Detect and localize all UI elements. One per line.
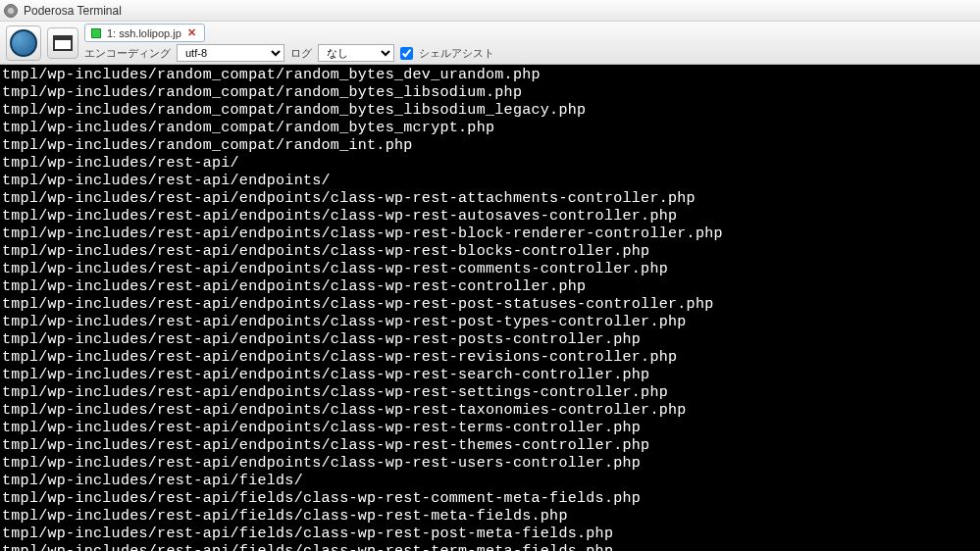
terminal-line: tmpl/wp-includes/rest-api/ (2, 155, 980, 173)
encoding-label: エンコーディング (84, 46, 171, 61)
log-label: ログ (290, 46, 312, 61)
terminal-output[interactable]: tmpl/wp-includes/random_compat/random_by… (0, 65, 980, 551)
terminal-line: tmpl/wp-includes/random_compat/random_by… (2, 102, 980, 120)
log-select[interactable]: なし (318, 44, 394, 62)
terminal-line: tmpl/wp-includes/rest-api/endpoints/clas… (2, 314, 980, 331)
terminal-line: tmpl/wp-includes/rest-api/endpoints/clas… (2, 437, 980, 455)
tab-close-icon[interactable]: ✕ (187, 26, 196, 39)
terminal-line: tmpl/wp-includes/rest-api/endpoints/clas… (2, 208, 980, 225)
terminal-line: tmpl/wp-includes/rest-api/endpoints/clas… (2, 243, 980, 261)
terminal-line: tmpl/wp-includes/rest-api/endpoints/clas… (2, 402, 980, 420)
poderosa-logo-icon (10, 29, 37, 57)
terminal-line: tmpl/wp-includes/random_compat/random_by… (2, 67, 980, 84)
terminal-line: tmpl/wp-includes/rest-api/endpoints/clas… (2, 190, 980, 208)
encoding-select[interactable]: utf-8 (177, 44, 284, 62)
terminal-line: tmpl/wp-includes/rest-api/endpoints/clas… (2, 384, 980, 402)
options-row: エンコーディング utf-8 ログ なし シェルアシスト (84, 44, 494, 62)
terminal-line: tmpl/wp-includes/rest-api/endpoints/ (2, 173, 980, 190)
terminal-line: tmpl/wp-includes/rest-api/fields/class-w… (2, 508, 980, 526)
session-tab[interactable]: 1: ssh.lolipop.jp ✕ (84, 24, 205, 42)
terminal-line: tmpl/wp-includes/rest-api/fields/class-w… (2, 543, 980, 551)
app-icon (4, 4, 18, 18)
shell-assist-checkbox[interactable] (400, 47, 413, 60)
terminal-line: tmpl/wp-includes/rest-api/endpoints/clas… (2, 331, 980, 349)
toolbar-right-panel: 1: ssh.lolipop.jp ✕ エンコーディング utf-8 ログ なし… (84, 24, 494, 62)
terminal-line: tmpl/wp-includes/rest-api/fields/ (2, 473, 980, 490)
terminal-line: tmpl/wp-includes/random_compat/random_in… (2, 137, 980, 155)
terminal-line: tmpl/wp-includes/rest-api/endpoints/clas… (2, 278, 980, 296)
terminal-line: tmpl/wp-includes/random_compat/random_by… (2, 84, 980, 102)
app-logo-button[interactable] (6, 25, 41, 61)
connection-status-icon (91, 28, 101, 38)
terminal-line: tmpl/wp-includes/rest-api/fields/class-w… (2, 490, 980, 508)
window-icon (53, 35, 73, 51)
terminal-line: tmpl/wp-includes/rest-api/endpoints/clas… (2, 349, 980, 367)
new-window-button[interactable] (47, 27, 78, 59)
terminal-line: tmpl/wp-includes/rest-api/fields/class-w… (2, 526, 980, 543)
terminal-line: tmpl/wp-includes/rest-api/endpoints/clas… (2, 367, 980, 384)
shell-assist-label: シェルアシスト (419, 46, 494, 61)
terminal-line: tmpl/wp-includes/rest-api/endpoints/clas… (2, 225, 980, 243)
terminal-line: tmpl/wp-includes/rest-api/endpoints/clas… (2, 420, 980, 437)
terminal-line: tmpl/wp-includes/rest-api/endpoints/clas… (2, 455, 980, 473)
terminal-line: tmpl/wp-includes/rest-api/endpoints/clas… (2, 296, 980, 314)
terminal-line: tmpl/wp-includes/random_compat/random_by… (2, 120, 980, 137)
window-title: Poderosa Terminal (24, 4, 122, 18)
terminal-line: tmpl/wp-includes/rest-api/endpoints/clas… (2, 261, 980, 278)
toolbar: 1: ssh.lolipop.jp ✕ エンコーディング utf-8 ログ なし… (0, 22, 980, 65)
tab-label: 1: ssh.lolipop.jp (107, 27, 181, 39)
tab-row: 1: ssh.lolipop.jp ✕ (84, 24, 494, 42)
titlebar: Poderosa Terminal (0, 0, 980, 22)
